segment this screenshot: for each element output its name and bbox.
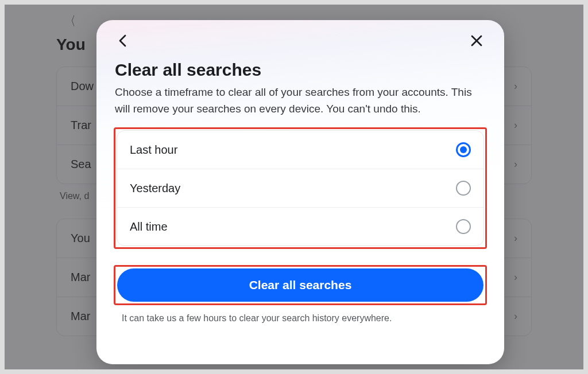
screenshot-frame bbox=[0, 0, 588, 374]
